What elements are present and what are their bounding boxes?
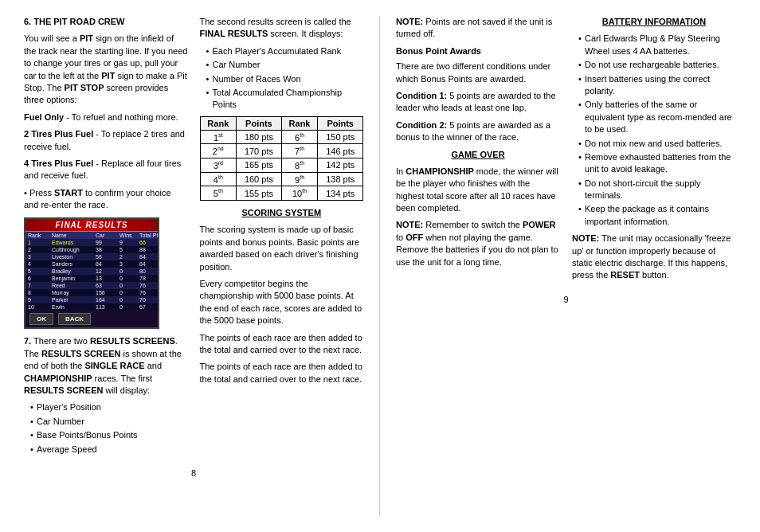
- final-results-bullets: Each Player's Accumulated Rank Car Numbe…: [200, 45, 364, 111]
- gameover-heading: GAME OVER: [396, 149, 560, 161]
- note1: NOTE: Points are not saved if the unit i…: [396, 16, 560, 41]
- bonus-para: There are two different conditions under…: [396, 61, 560, 85]
- left-col2: The second results screen is called the …: [200, 16, 364, 460]
- table-row: 2nd 170 pts 7th 146 pts: [200, 144, 363, 158]
- fr-row: 1Edwards99966: [25, 239, 158, 246]
- fr-row: 7Reed63076: [25, 282, 158, 289]
- gameover-para: In CHAMPIONSHIP mode, the winner will be…: [396, 166, 560, 215]
- bonus-heading: Bonus Point Awards: [396, 45, 560, 57]
- page-number-right: 9: [396, 295, 736, 304]
- table-row: 4th 160 pts 9th 138 pts: [200, 172, 363, 186]
- press-start-text: • Press START to confirm your choice and…: [24, 187, 188, 212]
- section6-para1: You will see a PIT sign on the infield o…: [24, 33, 188, 106]
- fr-table-header: RankNameCarWinsTotal Pts: [25, 232, 158, 239]
- results1-bullets: Player's Position Car Number Base Points…: [24, 401, 188, 456]
- fr-row: 3Liveston56284: [25, 253, 158, 260]
- right-col1: NOTE: Points are not saved if the unit i…: [396, 16, 560, 287]
- scoring-para2: Every competitor begins the championship…: [200, 278, 364, 327]
- page-left: 6. THE PIT ROAD CREW You will see a PIT …: [8, 16, 380, 516]
- fr-row: 6Benjamin13078: [25, 275, 158, 282]
- fr-row: 10Ervin113067: [25, 303, 158, 311]
- section6-heading: 6. THE PIT ROAD CREW: [24, 16, 188, 28]
- fuel-only-text: Fuel Only - To refuel and nothing more.: [24, 111, 188, 123]
- table-row: 1st 180 pts 6th 150 pts: [200, 130, 363, 144]
- cond1: Condition 1: 5 points are awarded to the…: [396, 90, 560, 115]
- page-number-left: 8: [24, 468, 363, 478]
- fr-row: 4Sanders84384: [25, 260, 158, 268]
- table-row: 3rd 165 pts 8th 142 pts: [200, 158, 363, 173]
- left-col1: 6. THE PIT ROAD CREW You will see a PIT …: [24, 16, 188, 460]
- scoring-heading: SCORING SYSTEM: [200, 207, 364, 219]
- note2: NOTE: Remember to switch the POWER to OF…: [396, 219, 560, 268]
- fr-back-button[interactable]: BACK: [58, 313, 91, 325]
- page-right: NOTE: Points are not saved if the unit i…: [380, 16, 752, 516]
- scoring-para3: The points of each race are then added t…: [200, 332, 364, 357]
- section7-text: 7. There are two RESULTS SCREENS. The RE…: [24, 335, 188, 397]
- scoring-para1: The scoring system is made up of basic p…: [200, 224, 364, 273]
- tires4-text: 4 Tires Plus Fuel - Replace all four tir…: [24, 158, 188, 182]
- fr-row: 9Parker164070: [25, 296, 158, 303]
- cond2: Condition 2: 5 points are awarded as a b…: [396, 119, 560, 144]
- second-results-para: The second results screen is called the …: [200, 16, 364, 41]
- fr-ok-button[interactable]: OK: [29, 313, 53, 325]
- fr-title-bar: FINAL RESULTS: [25, 219, 158, 232]
- note3: NOTE: The unit may occasionally 'freeze …: [572, 233, 736, 282]
- fr-row: 2Cutthrough38588: [25, 246, 158, 253]
- battery-heading: BATTERY INFORMATION: [572, 16, 736, 28]
- fr-row: 8Murray156076: [25, 289, 158, 296]
- fr-row: 5Bradley12080: [25, 268, 158, 275]
- final-results-image: FINAL RESULTS RankNameCarWinsTotal Pts 1…: [24, 217, 159, 329]
- tires2-text: 2 Tires Plus Fuel - To replace 2 tires a…: [24, 128, 188, 153]
- battery-bullets: Carl Edwards Plug & Play Steering Wheel …: [572, 33, 736, 228]
- table-row: 5th 155 pts 10th 134 pts: [200, 186, 363, 201]
- right-col2: BATTERY INFORMATION Carl Edwards Plug & …: [572, 16, 736, 287]
- scoring-para4: The points of each race are then added t…: [200, 361, 364, 385]
- points-table: Rank Points Rank Points 1st 180 pts 6th …: [200, 116, 364, 201]
- fr-buttons: OK BACK: [25, 311, 158, 327]
